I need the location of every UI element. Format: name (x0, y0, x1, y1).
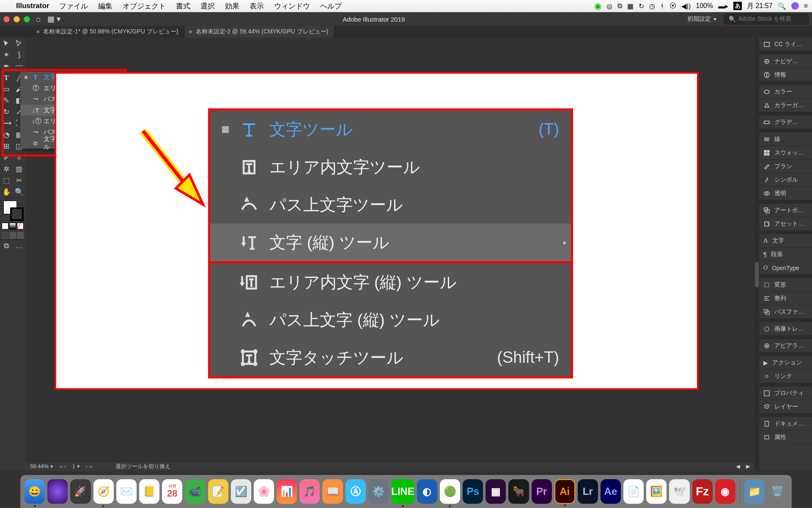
dock-finder[interactable]: 😀 (25, 479, 45, 504)
menu-select[interactable]: 選択 (195, 1, 220, 11)
panel-gradient[interactable]: グラデ… (759, 116, 812, 129)
menu-view[interactable]: 表示 (244, 1, 269, 11)
stroke-color[interactable] (10, 207, 24, 221)
dock-aftereffects[interactable]: Ae (601, 479, 621, 504)
menu-window[interactable]: ウィンドウ (269, 1, 315, 11)
wifi-icon[interactable]: ⦿ (669, 2, 676, 10)
bluetooth-icon[interactable]: ᚼ (660, 2, 664, 10)
panel-document-info[interactable]: ドキュメ… (759, 417, 812, 431)
curvature-tool[interactable]: 〰 (13, 61, 25, 72)
draw-normal[interactable] (2, 232, 8, 239)
flyout-item-vertical-area-type[interactable]: エリア内文字 (縦) ツール (210, 263, 571, 301)
artboard-nav-next[interactable]: › ›› (86, 463, 93, 469)
menu-file[interactable]: ファイル (54, 1, 93, 11)
mesh-tool[interactable]: ⊞ (0, 141, 13, 152)
none-swatch[interactable]: ╱ (17, 223, 24, 229)
dock-app2[interactable]: ▦ (486, 479, 506, 504)
dock-safari[interactable]: 🧭 (93, 479, 114, 504)
lasso-tool[interactable]: ⟆ (13, 49, 25, 61)
eyedropper-tool[interactable]: ✐ (0, 152, 13, 163)
dock-calendar[interactable]: 10月28 (162, 479, 182, 504)
panel-image-trace[interactable]: 画像トレ… (759, 322, 812, 336)
panel-layers[interactable]: レイヤー (759, 400, 812, 414)
dock-premiere[interactable]: Pr (532, 479, 552, 504)
menu-help[interactable]: ヘルプ (315, 1, 347, 11)
menu-effect[interactable]: 効果 (220, 1, 244, 11)
panel-cc-libraries[interactable]: CC ライ… (759, 38, 812, 51)
rectangle-tool[interactable]: ▭ (0, 83, 13, 95)
dock-reminders[interactable]: ☑️ (231, 479, 251, 504)
panel-paragraph[interactable]: ¶段落 (759, 248, 812, 261)
siri-icon[interactable] (791, 2, 799, 10)
input-source-icon[interactable]: あ (733, 2, 742, 10)
window-traffic-lights[interactable] (3, 16, 30, 22)
scrollbar-thumb[interactable] (755, 262, 759, 287)
dock-line[interactable]: LINE (391, 479, 414, 504)
hand-tool[interactable]: ✋ (0, 186, 13, 198)
width-tool[interactable]: ⟷ (0, 118, 13, 129)
clock-icon[interactable]: ◷ (649, 2, 655, 10)
shape-builder-tool[interactable]: ◔ (0, 129, 13, 141)
panel-brushes[interactable]: ブラシ (759, 160, 812, 173)
flyout-item-area-type[interactable]: エリア内文字ツール (210, 148, 571, 186)
maximize-window-button[interactable] (24, 16, 30, 22)
document-tab[interactable]: × 名称未設定-1* @ 50.88% (CMYK/GPU プレビュー) (32, 26, 184, 38)
home-icon[interactable]: ⌂ (36, 15, 41, 24)
battery-icon[interactable]: ▬▸ (718, 2, 728, 10)
panel-transparency[interactable]: 透明 (759, 187, 812, 200)
panel-symbols[interactable]: シンボル (759, 173, 812, 187)
stock-search-input[interactable]: 🔍Adobe Stock を検索 (724, 14, 809, 25)
dock-notes[interactable]: 📝 (208, 479, 228, 504)
panel-opentype[interactable]: OOpenType (759, 261, 812, 275)
shaper-tool[interactable]: ✎ (0, 95, 13, 106)
dock-illustrator[interactable]: Ai (554, 479, 575, 504)
arrange-documents-icon[interactable]: ▦ ▾ (47, 14, 60, 24)
menu-type[interactable]: 書式 (171, 1, 195, 11)
dock-app3[interactable]: 🐂 (508, 479, 529, 504)
type-tool[interactable]: T (0, 72, 13, 83)
dock-filezilla[interactable]: Fz (692, 479, 713, 504)
dropbox-icon[interactable]: ⧉ (617, 2, 622, 10)
volume-icon[interactable]: ◀)) (681, 2, 691, 10)
artboard-tool[interactable]: ⬚ (0, 175, 13, 186)
spotlight-icon[interactable]: 🔍 (778, 2, 786, 10)
panel-navigator[interactable]: ナビゲ… (759, 55, 812, 68)
dock-chrome[interactable]: 🟢 (440, 479, 460, 504)
dock-photoshop[interactable]: Ps (463, 479, 483, 504)
dock-contacts[interactable]: 📒 (139, 479, 159, 504)
dock-facetime[interactable]: 📹 (185, 479, 205, 504)
creative-cloud-icon[interactable]: ◎ (606, 2, 612, 10)
selection-tool[interactable] (0, 38, 13, 49)
flyout-item-vertical-type[interactable]: 文字 (縦) ツール ▸ (210, 224, 571, 261)
color-swatch[interactable] (2, 223, 8, 229)
dock-mail2[interactable]: 🕊️ (669, 479, 689, 504)
flyout-item-path-type[interactable]: パス上文字ツール (210, 186, 571, 224)
dock-siri[interactable] (47, 479, 68, 504)
dock-preview[interactable]: 🖼️ (646, 479, 667, 504)
panel-asset-export[interactable]: アセット… (759, 217, 812, 231)
panel-info[interactable]: i情報 (759, 68, 812, 82)
panel-properties[interactable]: プロパティ (759, 387, 812, 400)
menu-edit[interactable]: 編集 (93, 1, 118, 11)
panel-pathfinder[interactable]: パスファ… (759, 305, 812, 319)
panel-color[interactable]: カラー (759, 85, 812, 99)
draw-inside[interactable] (17, 232, 24, 239)
flyout-item-vertical-path-type[interactable]: パス上文字 (縦) ツール (210, 301, 571, 339)
zoom-level[interactable]: 59.44%▾ (30, 463, 53, 469)
panel-transform[interactable]: 変形 (759, 278, 812, 292)
time-machine-icon[interactable]: ↻ (639, 2, 644, 10)
dock-trash[interactable]: 🗑️ (767, 479, 787, 504)
dock-appstore[interactable]: Ⓐ (346, 479, 366, 504)
close-tab-icon[interactable]: × (189, 28, 192, 35)
draw-behind[interactable] (9, 232, 16, 239)
panel-attributes[interactable]: 属性 (759, 431, 812, 444)
gradient-swatch[interactable] (9, 223, 16, 229)
dock-preferences[interactable]: ⚙️ (368, 479, 389, 504)
dock-folder[interactable]: 📁 (744, 479, 765, 504)
symbol-sprayer-tool[interactable]: ✲ (0, 163, 13, 175)
document-tab[interactable]: × 名称未設定-2 @ 59.44% (CMYK/GPU プレビュー) (184, 26, 335, 38)
zoom-tool[interactable]: 🔍 (13, 186, 25, 198)
scrollbar-arrow-icon[interactable]: ▶ (746, 463, 750, 469)
rotate-tool[interactable]: ↻ (0, 106, 13, 118)
panel-color-guide[interactable]: カラーガ… (759, 99, 812, 112)
